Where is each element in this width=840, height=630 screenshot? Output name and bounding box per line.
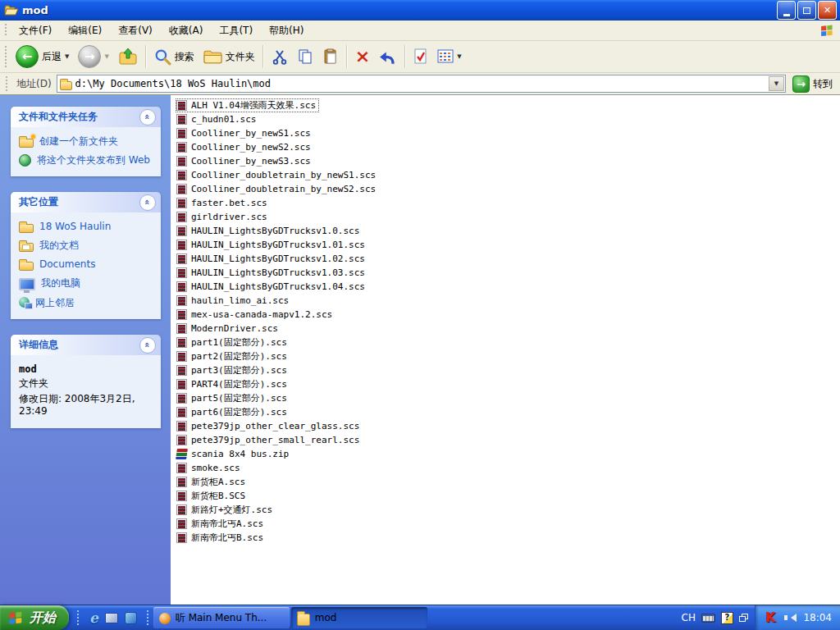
clock[interactable]: 18:04 [803,612,832,623]
place-link[interactable]: Documents [19,258,154,271]
file-name: pete379jp_other_small_rearl.scs [191,435,359,445]
show-desktop-icon[interactable] [105,613,118,623]
copy-button[interactable] [293,46,317,67]
collapse-chevron-icon[interactable]: « [139,194,156,211]
file-row[interactable]: part3(固定部分).scs [176,363,290,377]
file-row[interactable]: part6(固定部分).scs [176,405,290,419]
file-row[interactable]: pete379jp_other_small_rearl.scs [176,433,363,447]
sync-verify-button[interactable] [409,46,432,67]
place-icon [19,278,35,290]
start-button[interactable]: 开始 [0,605,69,630]
file-row[interactable]: 新路灯+交通灯.scs [176,503,276,517]
task-link[interactable]: 将这个文件夹发布到 Web [19,154,154,167]
file-row[interactable]: mex-usa-canada-mapv1.2.scs [176,308,336,322]
views-dropdown-icon[interactable]: ▼ [457,53,461,60]
search-button[interactable]: 搜索 [150,46,199,68]
ime-help-icon[interactable]: ? [721,612,733,624]
go-button[interactable]: → 转到 [790,75,838,94]
file-row[interactable]: part1(固定部分).scs [176,336,290,349]
place-link[interactable]: 我的文档 [19,240,154,252]
collapse-chevron-icon[interactable]: « [139,109,156,126]
place-link[interactable]: 我的电脑 [19,277,154,290]
menu-item[interactable]: 查看(V) [110,21,161,41]
back-dropdown-icon[interactable]: ▼ [65,53,69,60]
file-row[interactable]: HAULIN_LightsByGDTrucksv1.04.scs [176,280,368,294]
address-dropdown-button[interactable]: ▼ [769,76,784,91]
up-button[interactable] [114,45,142,68]
paste-button[interactable] [318,46,343,67]
language-indicator[interactable]: CH [682,612,696,623]
file-row[interactable]: Coolliner_by_newS1.scs [176,126,314,140]
file-icon [176,240,187,250]
file-tasks-panel-header[interactable]: 文件和文件夹任务 « [11,107,161,127]
taskbar-task-button[interactable]: mod [291,607,427,628]
paste-icon [322,48,339,65]
file-row[interactable]: 新货柜A.scs [176,475,249,489]
task-button-label: mod [315,612,337,623]
file-row[interactable]: Coolliner_by_newS3.scs [176,154,314,168]
file-row[interactable]: Coolliner_by_newS2.scs [176,140,314,154]
restore-button[interactable] [797,1,816,20]
messenger-icon[interactable] [125,612,137,624]
toolbar-grip[interactable] [4,46,8,68]
file-row[interactable]: HAULIN_LightsByGDTrucksv1.03.scs [176,266,368,280]
file-row[interactable]: 新货柜B.SCS [176,489,249,503]
menu-item[interactable]: 帮助(H) [261,21,312,41]
file-row[interactable]: Coolliner_doubletrain_by_newS2.scs [176,182,379,196]
title-bar[interactable]: mod ✕ [0,0,840,21]
file-row[interactable]: scania 8x4 bus.zip [176,447,292,461]
file-row[interactable]: PART4(固定部分).scs [176,377,290,391]
file-row[interactable]: c_hudn01.scs [176,112,259,126]
keyboard-icon[interactable] [701,614,715,623]
menu-item[interactable]: 工具(T) [211,21,261,41]
language-bar-restore-icon[interactable] [739,614,748,622]
close-button[interactable]: ✕ [818,1,837,20]
folders-button[interactable]: 文件夹 [199,47,259,67]
collapse-chevron-icon[interactable]: « [139,337,156,354]
file-row[interactable]: girldriver.scs [176,210,271,224]
file-row[interactable]: haulin_limo_ai.scs [176,294,292,308]
volume-icon[interactable] [787,614,797,622]
addressbar-grip[interactable] [5,76,9,91]
file-row[interactable]: 新南帝北丐A.scs [176,517,267,531]
tasks-grip[interactable] [146,610,150,625]
views-button[interactable]: ▼ [433,47,465,66]
file-row[interactable]: ALH V1.04增强雨天效果.scs [176,98,319,112]
forward-button[interactable]: → ▼ [74,43,112,71]
place-link[interactable]: 网上邻居 [19,297,154,309]
kaspersky-icon[interactable]: K [765,611,775,624]
file-row[interactable]: HAULIN_LightsByGDTrucksv1.01.scs [176,238,368,252]
menubar-grip[interactable] [4,24,8,38]
menu-item[interactable]: 收藏(A) [161,21,212,41]
address-input[interactable] [75,78,765,89]
menu-item[interactable]: 文件(F) [11,21,60,41]
minimize-button[interactable] [777,1,796,20]
undo-button[interactable] [375,46,401,67]
file-row[interactable]: faster.bet.scs [176,196,271,210]
back-button[interactable]: ← 后退 ▼ [11,43,73,71]
taskbar-task-button[interactable]: 听 Main Menu Th... [153,607,290,628]
menu-item[interactable]: 编辑(E) [60,21,110,41]
ie-icon[interactable]: e [89,611,98,625]
file-icon [176,365,187,376]
details-folder-type: 文件夹 [19,377,154,390]
other-places-panel-header[interactable]: 其它位置 « [11,192,161,212]
toolbar-separator [262,45,264,68]
task-link[interactable]: 创建一个新文件夹 [19,135,154,148]
file-row[interactable]: HAULIN_LightsByGDTrucksv1.02.scs [176,252,368,266]
delete-button[interactable]: × [351,46,374,67]
file-row[interactable]: part2(固定部分).scs [176,349,290,363]
file-row[interactable]: 新南帝北丐B.scs [176,531,267,545]
file-row[interactable]: ModernDriver.scs [176,322,281,336]
place-icon [19,224,34,233]
quicklaunch-grip[interactable] [76,610,80,625]
file-row[interactable]: pete379jp_other_clear_glass.scs [176,419,363,433]
cut-icon [272,48,288,65]
cut-button[interactable] [267,46,292,67]
file-row[interactable]: Coolliner_doubletrain_by_newS1.scs [176,168,379,182]
details-panel-header[interactable]: 详细信息 « [11,335,161,355]
file-row[interactable]: smoke.scs [176,461,244,475]
place-link[interactable]: 18 WoS Haulin [19,221,154,233]
file-row[interactable]: part5(固定部分).scs [176,391,290,405]
file-row[interactable]: HAULIN_LightsByGDTrucksv1.0.scs [176,224,363,238]
